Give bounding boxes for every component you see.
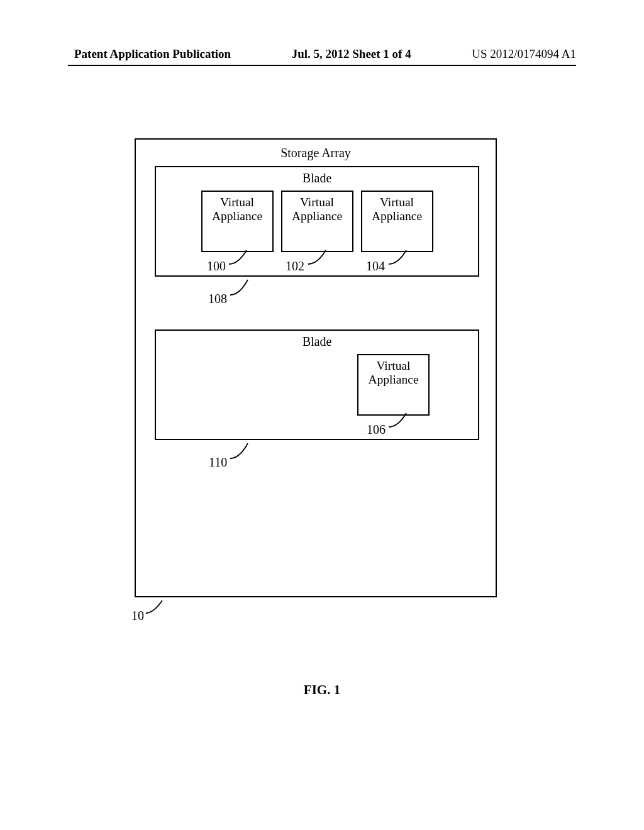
ref-102: 102 <box>286 259 304 274</box>
lead-line-102 <box>308 248 333 266</box>
blade-1-title: Blade <box>156 171 478 185</box>
va-102-label: VirtualAppliance <box>292 196 342 223</box>
storage-array-title: Storage Array <box>136 146 496 160</box>
lead-line-10 <box>146 599 170 615</box>
header-divider <box>68 65 576 66</box>
va-102: VirtualAppliance <box>281 191 353 252</box>
blade-2-va-row: VirtualAppliance <box>156 354 478 416</box>
va-106: VirtualAppliance <box>357 354 430 416</box>
header-center: Jul. 5, 2012 Sheet 1 of 4 <box>292 47 411 61</box>
ref-108: 108 <box>208 292 227 306</box>
va-106-label: VirtualAppliance <box>368 359 418 386</box>
va-104-label: VirtualAppliance <box>372 196 422 223</box>
va-100: VirtualAppliance <box>201 191 274 252</box>
storage-array-box: Storage Array Blade VirtualAppliance Vir… <box>135 138 497 597</box>
ref-104: 104 <box>366 259 385 274</box>
lead-line-106 <box>389 411 414 429</box>
header-left: Patent Application Publication <box>74 47 231 61</box>
figure-label: FIG. 1 <box>0 682 644 698</box>
diagram-area: Storage Array Blade VirtualAppliance Vir… <box>135 138 497 597</box>
va-104: VirtualAppliance <box>361 191 433 252</box>
lead-line-100 <box>229 248 254 266</box>
lead-line-110 <box>230 441 255 460</box>
va-100-label: VirtualAppliance <box>212 196 262 223</box>
lead-line-108 <box>230 278 255 297</box>
blade-2: Blade VirtualAppliance <box>155 329 479 440</box>
lead-line-104 <box>389 248 414 266</box>
header-right: US 2012/0174094 A1 <box>472 47 576 61</box>
blade-2-title: Blade <box>156 335 478 349</box>
ref-106: 106 <box>367 423 386 437</box>
ref-100: 100 <box>207 259 226 274</box>
blade-1-va-row: VirtualAppliance VirtualAppliance Virtua… <box>156 191 478 252</box>
ref-10: 10 <box>131 609 144 623</box>
page-header: Patent Application Publication Jul. 5, 2… <box>0 47 644 61</box>
ref-110: 110 <box>209 455 227 470</box>
